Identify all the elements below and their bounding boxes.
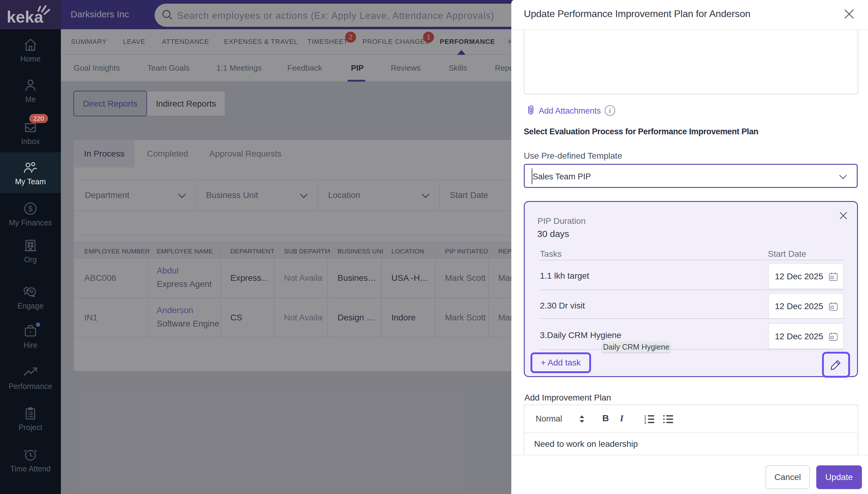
svg-text:$: $ (28, 204, 33, 213)
svg-text:3: 3 (644, 421, 646, 424)
svg-text:i: i (609, 107, 611, 115)
